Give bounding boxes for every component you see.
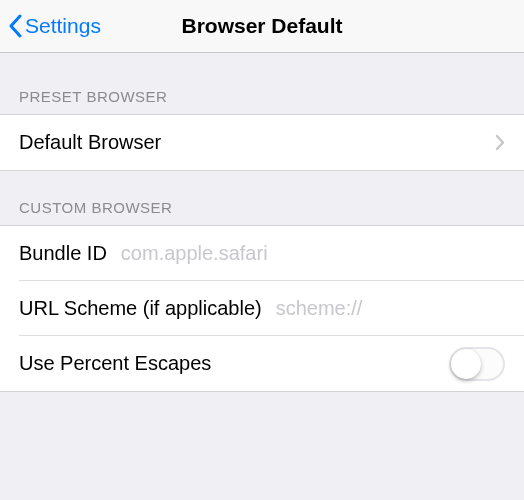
- row-use-percent-escapes: Use Percent Escapes: [0, 336, 524, 391]
- default-browser-label: Default Browser: [19, 131, 495, 154]
- use-percent-escapes-toggle[interactable]: [449, 347, 505, 381]
- use-percent-escapes-label: Use Percent Escapes: [19, 352, 449, 375]
- group-preset: Default Browser: [0, 114, 524, 171]
- back-button[interactable]: Settings: [0, 14, 101, 38]
- row-bundle-id[interactable]: Bundle ID: [0, 226, 524, 281]
- bundle-id-label: Bundle ID: [19, 242, 107, 265]
- url-scheme-input[interactable]: [276, 297, 524, 320]
- chevron-left-icon: [8, 14, 22, 38]
- url-scheme-label: URL Scheme (if applicable): [19, 297, 262, 320]
- row-default-browser[interactable]: Default Browser: [0, 115, 524, 170]
- toggle-knob: [451, 349, 481, 379]
- chevron-right-icon: [495, 134, 505, 151]
- bundle-id-input[interactable]: [121, 242, 505, 265]
- group-custom: Bundle ID URL Scheme (if applicable) Use…: [0, 225, 524, 392]
- section-header-custom: CUSTOM BROWSER: [0, 171, 524, 225]
- navigation-bar: Settings Browser Default: [0, 0, 524, 53]
- back-label: Settings: [25, 14, 101, 38]
- row-url-scheme[interactable]: URL Scheme (if applicable): [0, 281, 524, 336]
- section-header-preset: PRESET BROWSER: [0, 53, 524, 114]
